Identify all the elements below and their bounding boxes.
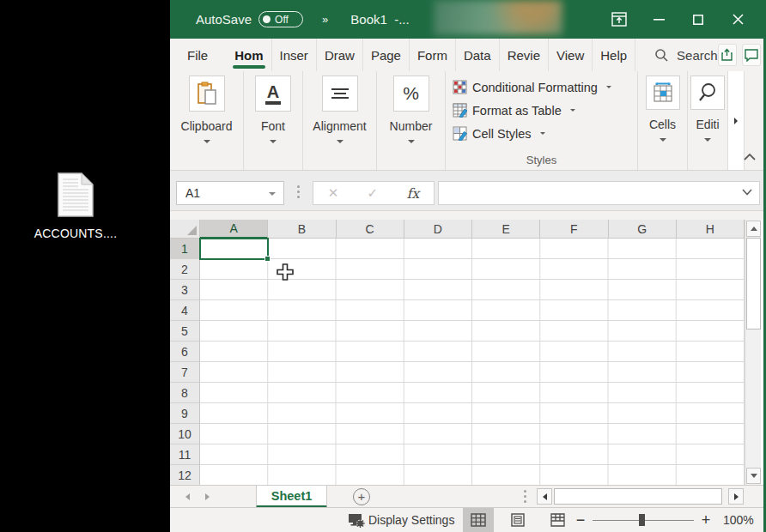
row-header-8[interactable]: 8 bbox=[170, 383, 200, 403]
editing-button[interactable] bbox=[690, 76, 725, 110]
cells-button[interactable] bbox=[646, 76, 680, 110]
tab-data[interactable]: Data bbox=[456, 39, 500, 71]
clipboard-button[interactable] bbox=[189, 76, 225, 112]
clipboard-dropdown-icon[interactable] bbox=[204, 140, 210, 143]
zoom-slider-handle[interactable] bbox=[639, 514, 645, 526]
tab-formulas[interactable]: Form bbox=[410, 39, 456, 71]
zoom-out-button[interactable]: − bbox=[574, 511, 587, 529]
formula-input[interactable] bbox=[438, 181, 760, 205]
arrow-down-icon bbox=[751, 474, 757, 478]
cell-styles-label: Cell Styles bbox=[472, 127, 532, 141]
format-as-table-icon bbox=[453, 103, 467, 118]
tab-splitter-handle[interactable] bbox=[524, 490, 526, 503]
row-header-2[interactable]: 2 bbox=[170, 259, 200, 280]
vertical-scrollbar[interactable] bbox=[745, 220, 761, 485]
row-header-10[interactable]: 10 bbox=[170, 424, 200, 444]
zoom-slider-track[interactable] bbox=[593, 520, 694, 521]
next-sheet-icon[interactable] bbox=[205, 493, 210, 500]
scroll-up-button[interactable] bbox=[746, 221, 761, 237]
tab-home[interactable]: Hom bbox=[227, 39, 271, 71]
maximize-button[interactable] bbox=[678, 0, 718, 39]
horizontal-scroll-thumb[interactable] bbox=[554, 488, 722, 505]
dropdown-arrow-icon bbox=[606, 86, 611, 88]
sheet-tab-bar: Sheet1 + bbox=[170, 485, 766, 507]
editing-dropdown-icon[interactable] bbox=[704, 138, 711, 142]
close-button[interactable] bbox=[718, 0, 757, 39]
vertical-scroll-thumb[interactable] bbox=[746, 238, 761, 329]
ribbon-display-options-button[interactable] bbox=[599, 0, 639, 39]
column-header-h[interactable]: H bbox=[677, 220, 745, 239]
name-box[interactable]: A1 bbox=[176, 181, 284, 205]
alignment-dropdown-icon[interactable] bbox=[337, 140, 343, 143]
tab-file[interactable]: File bbox=[175, 39, 220, 71]
cells-dropdown-icon[interactable] bbox=[660, 138, 666, 142]
row-header-3[interactable]: 3 bbox=[170, 280, 200, 300]
format-as-table-button[interactable]: Format as Table bbox=[453, 99, 575, 122]
font-dropdown-icon[interactable] bbox=[270, 140, 277, 143]
status-bar: Display Settings bbox=[170, 507, 766, 532]
scroll-right-button[interactable] bbox=[728, 488, 744, 505]
conditional-formatting-button[interactable]: Conditional Formatting bbox=[453, 76, 611, 99]
row-header-12[interactable]: 12 bbox=[170, 465, 200, 485]
search-box[interactable]: Search bbox=[654, 39, 718, 71]
row-header-7[interactable]: 7 bbox=[170, 362, 200, 383]
collapse-ribbon-button[interactable] bbox=[740, 149, 759, 165]
select-all-corner[interactable] bbox=[170, 220, 200, 239]
scroll-down-button[interactable] bbox=[746, 468, 761, 484]
tab-label: Inser bbox=[280, 48, 308, 63]
display-settings-button[interactable]: Display Settings bbox=[348, 513, 454, 528]
row-header-6[interactable]: 6 bbox=[170, 342, 200, 362]
enter-button[interactable]: ✓ bbox=[368, 185, 379, 201]
previous-sheet-icon[interactable] bbox=[185, 493, 190, 500]
display-settings-label: Display Settings bbox=[368, 513, 454, 527]
quick-access-overflow-icon[interactable]: » bbox=[322, 13, 326, 26]
column-header-c[interactable]: C bbox=[337, 220, 404, 239]
tab-page-layout[interactable]: Page bbox=[363, 39, 410, 71]
column-header-g[interactable]: G bbox=[609, 220, 677, 239]
comments-button[interactable] bbox=[742, 44, 761, 66]
horizontal-scrollbar[interactable] bbox=[537, 488, 744, 505]
column-header-d[interactable]: D bbox=[404, 220, 472, 239]
formula-bar-resize-handle[interactable] bbox=[297, 185, 300, 198]
scroll-left-button[interactable] bbox=[537, 488, 552, 505]
share-button[interactable] bbox=[718, 44, 737, 66]
row-header-4[interactable]: 4 bbox=[170, 300, 200, 321]
cells-grid[interactable] bbox=[200, 239, 745, 485]
minimize-button[interactable] bbox=[639, 0, 678, 39]
column-header-b[interactable]: B bbox=[268, 220, 336, 239]
name-box-dropdown-icon[interactable] bbox=[269, 192, 276, 196]
tab-insert[interactable]: Inser bbox=[272, 39, 317, 71]
page-layout-view-button[interactable] bbox=[502, 508, 533, 532]
row-header-1[interactable]: 1 bbox=[170, 239, 200, 259]
fill-handle[interactable] bbox=[264, 256, 271, 262]
column-header-e[interactable]: E bbox=[472, 220, 540, 239]
number-dropdown-icon[interactable] bbox=[408, 140, 415, 143]
row-header-11[interactable]: 11 bbox=[170, 444, 200, 465]
sheet-tab-sheet1[interactable]: Sheet1 bbox=[256, 486, 327, 508]
number-button[interactable]: % bbox=[393, 76, 429, 112]
new-sheet-button[interactable]: + bbox=[353, 488, 370, 505]
page-break-preview-button[interactable] bbox=[542, 508, 573, 532]
tab-review[interactable]: Revie bbox=[500, 39, 549, 71]
font-button[interactable]: A bbox=[255, 76, 291, 112]
tab-help[interactable]: Help bbox=[593, 39, 635, 71]
row-header-5[interactable]: 5 bbox=[170, 321, 200, 342]
column-header-a[interactable]: A bbox=[200, 220, 268, 239]
alignment-button[interactable] bbox=[322, 76, 358, 112]
tab-view[interactable]: View bbox=[549, 39, 593, 71]
desktop-file-accounts[interactable]: ACCOUNTS.... bbox=[24, 172, 127, 240]
tab-label: Data bbox=[464, 48, 491, 63]
insert-function-button[interactable]: fx bbox=[406, 185, 419, 202]
autosave-toggle[interactable]: Off bbox=[258, 11, 303, 27]
active-cell-selection[interactable] bbox=[199, 238, 269, 260]
zoom-in-button[interactable]: + bbox=[699, 511, 713, 529]
cancel-button[interactable]: ✕ bbox=[328, 185, 339, 201]
normal-view-button[interactable] bbox=[463, 508, 494, 532]
column-header-f[interactable]: F bbox=[540, 220, 608, 239]
expand-formula-bar-icon[interactable] bbox=[742, 189, 752, 196]
cell-styles-button[interactable]: Cell Styles bbox=[453, 122, 545, 145]
zoom-level[interactable]: 100% bbox=[723, 513, 754, 527]
maximize-icon bbox=[693, 15, 703, 25]
tab-draw[interactable]: Draw bbox=[317, 39, 363, 71]
row-header-9[interactable]: 9 bbox=[170, 403, 200, 424]
